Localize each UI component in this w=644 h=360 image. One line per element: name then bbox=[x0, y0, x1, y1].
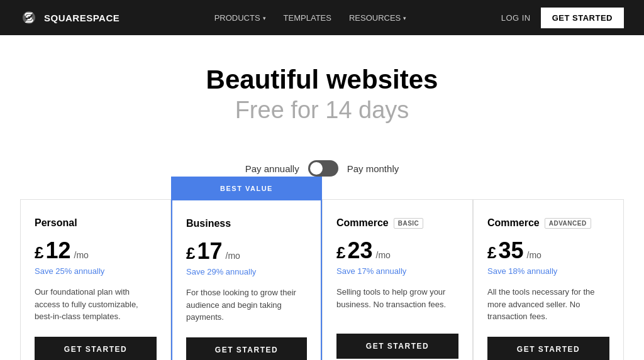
monthly-label: Pay monthly bbox=[347, 163, 399, 174]
plan-name-commerce-advanced: Commerce ADVANCED bbox=[487, 217, 609, 229]
annually-label: Pay annually bbox=[245, 163, 299, 174]
hero-section: Beautiful websites Free for 14 days bbox=[0, 35, 644, 143]
billing-toggle[interactable] bbox=[308, 160, 338, 177]
price-currency: £ bbox=[35, 243, 43, 263]
price-period: /mo bbox=[376, 250, 391, 260]
price-amount: 23 bbox=[347, 237, 372, 264]
best-value-banner: BEST VALUE bbox=[171, 177, 322, 199]
plan-description: Selling tools to help grow your business… bbox=[336, 286, 458, 320]
pricing-grid: BEST VALUE Personal £ 12 /mo Save 25% an… bbox=[20, 199, 624, 360]
plan-description: Our foundational plan with access to ful… bbox=[35, 286, 157, 323]
chevron-down-icon: ▾ bbox=[403, 15, 406, 21]
plan-description: All the tools necessary for the more adv… bbox=[487, 286, 609, 323]
price-amount: 12 bbox=[45, 237, 70, 264]
plan-card-personal: Personal £ 12 /mo Save 25% annually Our … bbox=[20, 199, 171, 360]
get-started-business[interactable]: GET STARTED bbox=[186, 337, 307, 360]
plan-badge-basic: BASIC bbox=[394, 218, 424, 229]
pricing-section: BEST VALUE Personal £ 12 /mo Save 25% an… bbox=[8, 199, 636, 360]
toggle-knob bbox=[310, 162, 323, 175]
chevron-down-icon: ▾ bbox=[263, 15, 266, 21]
price-period: /mo bbox=[74, 250, 89, 260]
nav-get-started-button[interactable]: GET STARTED bbox=[541, 8, 624, 28]
price-save: Save 29% annually bbox=[186, 267, 307, 276]
plan-price-personal: £ 12 /mo bbox=[35, 237, 157, 264]
price-period: /mo bbox=[527, 250, 541, 260]
price-currency: £ bbox=[336, 243, 345, 263]
best-value-label: BEST VALUE bbox=[220, 185, 273, 192]
plan-name-business: Business bbox=[186, 218, 307, 229]
nav-right: LOG IN GET STARTED bbox=[501, 8, 624, 28]
price-save: Save 18% annually bbox=[487, 266, 609, 276]
plan-name-commerce-basic: Commerce BASIC bbox=[336, 217, 458, 229]
nav-products[interactable]: PRODUCTS ▾ bbox=[214, 13, 266, 23]
logo[interactable]: SQUARESPACE bbox=[20, 9, 119, 26]
price-amount: 35 bbox=[498, 237, 523, 264]
get-started-commerce-basic[interactable]: GET STARTED bbox=[336, 334, 458, 359]
login-button[interactable]: LOG IN bbox=[501, 13, 531, 23]
nav-templates[interactable]: TEMPLATES bbox=[284, 13, 331, 23]
plan-description: For those looking to grow their audience… bbox=[186, 286, 307, 324]
plan-card-commerce-advanced: Commerce ADVANCED £ 35 /mo Save 18% annu… bbox=[473, 199, 624, 360]
plan-price-commerce-advanced: £ 35 /mo bbox=[487, 237, 609, 264]
price-period: /mo bbox=[226, 251, 240, 261]
get-started-personal[interactable]: GET STARTED bbox=[35, 337, 157, 360]
plan-price-commerce-basic: £ 23 /mo bbox=[336, 237, 458, 264]
logo-text: SQUARESPACE bbox=[44, 13, 119, 23]
price-save: Save 17% annually bbox=[336, 266, 458, 276]
price-amount: 17 bbox=[197, 238, 222, 265]
nav-center: PRODUCTS ▾ TEMPLATES RESOURCES ▾ bbox=[214, 13, 407, 23]
billing-toggle-section: Pay annually Pay monthly bbox=[0, 160, 644, 177]
plan-card-commerce-basic: Commerce BASIC £ 23 /mo Save 17% annuall… bbox=[322, 199, 473, 360]
plan-name-personal: Personal bbox=[35, 217, 157, 229]
hero-headline: Beautiful websites bbox=[13, 65, 631, 94]
price-currency: £ bbox=[186, 244, 195, 263]
navigation: SQUARESPACE PRODUCTS ▾ TEMPLATES RESOURC… bbox=[0, 0, 644, 35]
price-currency: £ bbox=[487, 243, 496, 263]
price-save: Save 25% annually bbox=[35, 266, 157, 276]
get-started-commerce-advanced[interactable]: GET STARTED bbox=[487, 337, 609, 360]
plan-badge-advanced: ADVANCED bbox=[545, 218, 591, 229]
nav-resources[interactable]: RESOURCES ▾ bbox=[349, 13, 406, 23]
plan-price-business: £ 17 /mo bbox=[186, 238, 307, 265]
hero-subheadline: Free for 14 days bbox=[13, 97, 631, 124]
plan-card-business: Business £ 17 /mo Save 29% annually For … bbox=[171, 199, 322, 360]
